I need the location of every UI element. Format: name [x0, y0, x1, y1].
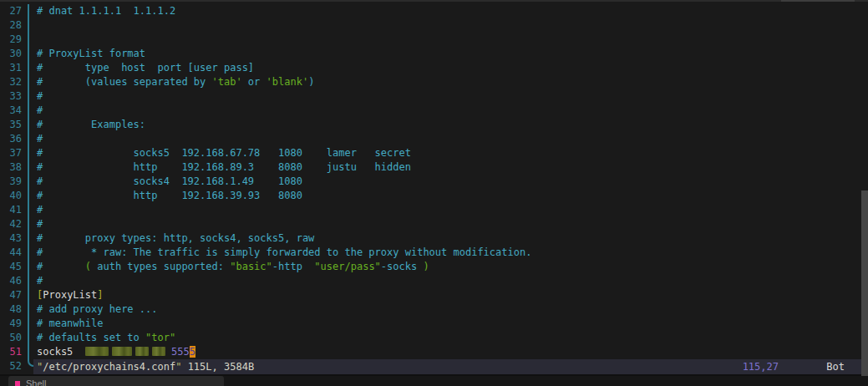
code-line-content: # defaults set to "tor": [29, 331, 175, 345]
code-segment: # (values separated by: [37, 76, 212, 88]
code-line-content: socks5 5555: [29, 345, 195, 359]
code-line-42[interactable]: 42#: [0, 217, 868, 231]
redacted-block: [135, 347, 149, 356]
code-line-content: #: [29, 274, 43, 288]
code-segment: 'tab': [212, 76, 242, 88]
line-number: 45: [0, 260, 22, 274]
status-line: 52 "/etc/proxychains4.conf" 115L, 3584B …: [0, 359, 868, 374]
code-line-40[interactable]: 40# http 192.168.39.93 8080: [0, 189, 868, 203]
code-line-36[interactable]: 36#: [0, 132, 868, 146]
block-cursor: 5: [190, 346, 195, 358]
file-path: /etc/proxychains4.conf: [43, 361, 175, 373]
file-message: "/etc/proxychains4.conf" 115L, 3584B: [33, 361, 254, 373]
line-number: 46: [0, 274, 22, 288]
code-segment: #: [37, 218, 43, 230]
code-segment: # type host port [user pass]: [37, 62, 254, 74]
line-number: 49: [0, 317, 22, 331]
redacted-block: [112, 347, 132, 356]
line-number: 42: [0, 217, 22, 231]
code-line-content: #: [29, 217, 43, 231]
code-editor[interactable]: 27# dnat 1.1.1.1 1.1.1.2282930# ProxyLis…: [0, 2, 868, 359]
code-line-33[interactable]: 33#: [0, 89, 868, 104]
code-segment: # * raw: The traffic is simply forwarded…: [37, 246, 531, 258]
code-line-39[interactable]: 39# socks4 192.168.1.49 1080: [0, 175, 868, 189]
code-line-content: # Examples:: [29, 118, 145, 132]
code-line-38[interactable]: 38# http 192.168.89.3 8080 justu hidden: [0, 160, 868, 175]
terminal-tab-bar: Shell: [0, 374, 868, 386]
line-number: 30: [0, 47, 22, 61]
code-line-37[interactable]: 37# socks5 192.168.67.78 1080 lamer secr…: [0, 146, 868, 160]
redacted-ip: [85, 345, 165, 359]
code-segment: # socks4 192.168.1.49 1080: [37, 175, 302, 187]
line-number: 35: [0, 118, 22, 132]
line-number: 38: [0, 160, 22, 175]
code-line-50[interactable]: 50# defaults set to "tor": [0, 331, 868, 345]
code-segment: #: [37, 133, 43, 145]
code-line-content: [29, 18, 37, 33]
code-line-content: # http 192.168.89.3 8080 justu hidden: [29, 160, 411, 175]
file-stats: 115L, 3584B: [181, 361, 254, 373]
code-line-content: # meanwhile: [29, 317, 103, 331]
code-segment: # Examples:: [37, 119, 145, 130]
line-number: 29: [0, 33, 22, 47]
code-segment: (: [85, 261, 97, 272]
code-segment: # proxy types: http, socks4, socks5, raw: [37, 232, 314, 244]
code-line-34[interactable]: 34#: [0, 104, 868, 118]
code-line-44[interactable]: 44# * raw: The traffic is simply forward…: [0, 246, 868, 260]
code-segment: [165, 346, 171, 358]
line-number: 31: [0, 61, 22, 75]
line-number: 44: [0, 246, 22, 260]
code-line-29[interactable]: 29: [0, 33, 868, 47]
code-line-content: #: [29, 132, 43, 146]
code-segment: # ProxyList format: [37, 48, 145, 59]
code-line-content: # ( auth types supported: "basic"-http "…: [29, 260, 429, 274]
tab-label: Shell: [26, 379, 46, 386]
code-segment: ): [417, 261, 429, 272]
code-segment: ProxyList: [43, 289, 97, 301]
scrollbar-thumb[interactable]: [861, 190, 868, 376]
code-line-content: # socks4 192.168.1.49 1080: [29, 175, 302, 189]
code-segment: # defaults set to: [37, 332, 145, 343]
code-segment: # http 192.168.39.93 8080: [37, 190, 302, 201]
code-line-content: #: [29, 104, 43, 118]
code-line-31[interactable]: 31# type host port [user pass]: [0, 61, 868, 75]
code-segment: #: [37, 275, 43, 287]
line-number: 51: [0, 345, 22, 359]
code-line-51[interactable]: 51socks5 5555: [0, 345, 868, 359]
code-line-content: #: [29, 89, 43, 104]
terminal-tab-shell[interactable]: Shell: [8, 376, 224, 386]
redacted-block: [152, 347, 165, 356]
line-number: 27: [0, 4, 22, 18]
code-line-32[interactable]: 32# (values separated by 'tab' or 'blank…: [0, 75, 868, 89]
code-line-content: # proxy types: http, socks4, socks5, raw: [29, 231, 314, 246]
code-line-28[interactable]: 28: [0, 18, 868, 33]
line-number: 48: [0, 302, 22, 317]
code-segment: -http: [272, 261, 315, 272]
gutter-corner-icon: [28, 359, 33, 367]
code-segment: "user/pass": [314, 261, 380, 272]
line-number: 37: [0, 146, 22, 160]
line-number: 36: [0, 132, 22, 146]
window-top-border: [0, 0, 868, 2]
code-line-30[interactable]: 30# ProxyList format: [0, 47, 868, 61]
code-line-45[interactable]: 45# ( auth types supported: "basic"-http…: [0, 260, 868, 274]
code-segment: # add proxy here ...: [37, 303, 158, 315]
code-line-35[interactable]: 35# Examples:: [0, 118, 868, 132]
code-line-41[interactable]: 41#: [0, 203, 868, 217]
terminal-window: 27# dnat 1.1.1.1 1.1.1.2282930# ProxyLis…: [0, 0, 868, 386]
code-line-27[interactable]: 27# dnat 1.1.1.1 1.1.1.2: [0, 4, 868, 18]
code-segment: socks5: [37, 346, 85, 358]
vim-status-bar: "/etc/proxychains4.conf" 115L, 3584B 115…: [33, 359, 868, 374]
code-segment: "tor": [145, 332, 175, 343]
code-segment: #: [37, 204, 43, 216]
code-segment: "basic": [230, 261, 272, 272]
code-segment: or: [242, 76, 266, 88]
code-line-47[interactable]: 47[ProxyList]: [0, 288, 868, 302]
line-number: 28: [0, 18, 22, 33]
gutter-corner: [22, 359, 33, 374]
code-line-43[interactable]: 43# proxy types: http, socks4, socks5, r…: [0, 231, 868, 246]
code-line-46[interactable]: 46#: [0, 274, 868, 288]
code-line-48[interactable]: 48# add proxy here ...: [0, 302, 868, 317]
code-segment: #: [37, 261, 85, 272]
code-line-49[interactable]: 49# meanwhile: [0, 317, 868, 331]
